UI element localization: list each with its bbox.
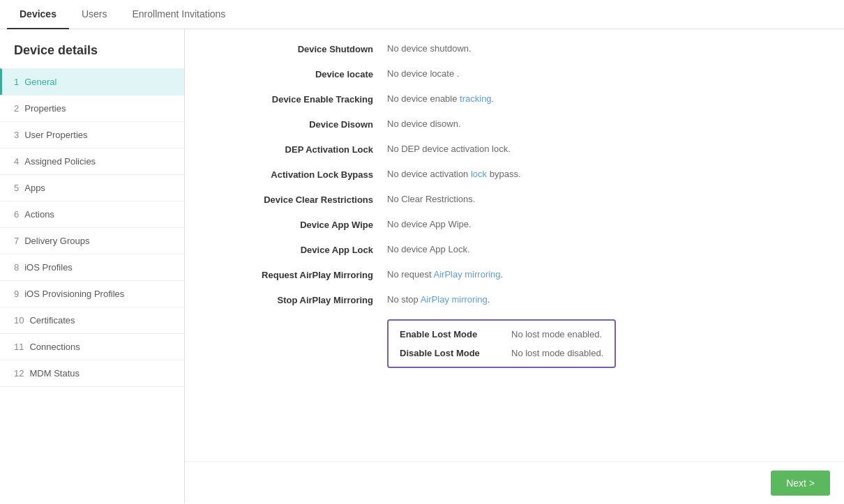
link-lock: lock	[471, 169, 487, 179]
lost-mode-enable-row: Enable Lost Mode No lost mode enabled.	[400, 329, 603, 339]
content-wrapper: Device Shutdown No device shutdown. Devi…	[227, 43, 816, 424]
value-dep-activation-lock: No DEP device activation lock.	[387, 144, 511, 154]
sidebar-label-ios-profiles: iOS Profiles	[24, 262, 73, 273]
sidebar-num-11: 11	[14, 342, 24, 352]
sidebar-item-delivery-groups[interactable]: 7 Delivery Groups	[0, 227, 184, 254]
label-request-airplay-mirroring: Request AirPlay Mirroring	[227, 269, 387, 280]
main-layout: Device details 1 General 2 Properties 3 …	[0, 29, 844, 503]
sidebar-item-user-properties[interactable]: 3 User Properties	[0, 121, 184, 148]
sidebar-num-1: 1	[14, 77, 19, 87]
label-device-clear-restrictions: Device Clear Restrictions	[227, 194, 387, 205]
row-device-enable-tracking: Device Enable Tracking No device enable …	[227, 93, 816, 105]
label-device-disown: Device Disown	[227, 119, 387, 130]
sidebar-label-certificates: Certificates	[29, 315, 75, 326]
sidebar-item-general[interactable]: 1 General	[0, 68, 184, 95]
value-device-locate: No device locate .	[387, 68, 459, 79]
sidebar-item-connections[interactable]: 11 Connections	[0, 333, 184, 360]
sidebar-num-2: 2	[14, 103, 19, 114]
tab-enrollment-invitations[interactable]: Enrollment Invitations	[120, 0, 239, 29]
value-device-app-wipe: No device App Wipe.	[387, 219, 472, 229]
row-dep-activation-lock: DEP Activation Lock No DEP device activa…	[227, 144, 816, 155]
link-tracking: tracking	[460, 93, 492, 104]
row-lost-mode: Enable Lost Mode No lost mode enabled. D…	[387, 319, 816, 368]
sidebar-num-7: 7	[14, 236, 19, 246]
sidebar-num-6: 6	[14, 209, 19, 220]
sidebar-num-3: 3	[14, 130, 19, 140]
label-device-shutdown: Device Shutdown	[227, 43, 387, 54]
sidebar-item-actions[interactable]: 6 Actions	[0, 201, 184, 227]
sidebar-label-delivery-groups: Delivery Groups	[24, 236, 89, 246]
row-stop-airplay-mirroring: Stop AirPlay Mirroring No stop AirPlay m…	[227, 294, 816, 305]
footer: Next >	[185, 461, 844, 503]
top-nav: Devices Users Enrollment Invitations	[0, 0, 844, 29]
label-enable-lost-mode: Enable Lost Mode	[400, 329, 511, 339]
lost-mode-box: Enable Lost Mode No lost mode enabled. D…	[387, 319, 616, 368]
sidebar-label-apps: Apps	[24, 183, 45, 193]
sidebar-label-mdm-status: MDM Status	[29, 368, 80, 379]
value-disable-lost-mode: No lost mode disabled.	[511, 348, 603, 358]
sidebar-item-ios-provisioning-profiles[interactable]: 9 iOS Provisioning Profiles	[0, 280, 184, 307]
label-device-locate: Device locate	[227, 68, 387, 79]
value-device-disown: No device disown.	[387, 119, 461, 129]
sidebar-num-5: 5	[14, 183, 19, 193]
label-activation-lock-bypass: Activation Lock Bypass	[227, 169, 387, 180]
sidebar-num-9: 9	[14, 289, 19, 299]
sidebar-label-assigned-policies: Assigned Policies	[24, 156, 96, 167]
label-device-enable-tracking: Device Enable Tracking	[227, 93, 387, 105]
content-area: Device Shutdown No device shutdown. Devi…	[185, 29, 844, 503]
label-stop-airplay-mirroring: Stop AirPlay Mirroring	[227, 294, 387, 305]
sidebar-num-12: 12	[14, 368, 24, 379]
sidebar-item-certificates[interactable]: 10 Certificates	[0, 307, 184, 333]
sidebar-item-mdm-status[interactable]: 12 MDM Status	[0, 360, 184, 387]
sidebar-label-ios-provisioning-profiles: iOS Provisioning Profiles	[24, 289, 124, 299]
value-request-airplay-mirroring: No request AirPlay mirroring.	[387, 269, 503, 280]
link-airplay1: AirPlay mirroring	[434, 269, 501, 280]
value-device-clear-restrictions: No Clear Restrictions.	[387, 194, 475, 204]
sidebar-title: Device details	[0, 36, 184, 68]
sidebar-num-10: 10	[14, 315, 24, 326]
value-stop-airplay-mirroring: No stop AirPlay mirroring.	[387, 294, 490, 305]
next-button[interactable]: Next >	[771, 471, 830, 496]
label-dep-activation-lock: DEP Activation Lock	[227, 144, 387, 155]
row-device-clear-restrictions: Device Clear Restrictions No Clear Restr…	[227, 194, 816, 205]
value-activation-lock-bypass: No device activation lock bypass.	[387, 169, 521, 179]
lost-mode-disable-row: Disable Lost Mode No lost mode disabled.	[400, 348, 603, 358]
row-activation-lock-bypass: Activation Lock Bypass No device activat…	[227, 169, 816, 180]
sidebar-label-connections: Connections	[29, 342, 80, 352]
sidebar-label-properties: Properties	[24, 103, 66, 114]
label-device-app-wipe: Device App Wipe	[227, 219, 387, 230]
tab-users[interactable]: Users	[69, 0, 120, 29]
value-device-enable-tracking: No device enable tracking.	[387, 93, 494, 104]
sidebar-item-assigned-policies[interactable]: 4 Assigned Policies	[0, 148, 184, 174]
tab-devices[interactable]: Devices	[7, 0, 69, 29]
sidebar: Device details 1 General 2 Properties 3 …	[0, 29, 185, 503]
row-device-disown: Device Disown No device disown.	[227, 119, 816, 130]
value-device-shutdown: No device shutdown.	[387, 43, 472, 54]
sidebar-label-actions: Actions	[24, 209, 54, 220]
sidebar-item-ios-profiles[interactable]: 8 iOS Profiles	[0, 254, 184, 280]
row-device-shutdown: Device Shutdown No device shutdown.	[227, 43, 816, 54]
row-device-app-lock: Device App Lock No device App Lock.	[227, 244, 816, 255]
value-enable-lost-mode: No lost mode enabled.	[511, 329, 602, 339]
row-device-app-wipe: Device App Wipe No device App Wipe.	[227, 219, 816, 230]
value-device-app-lock: No device App Lock.	[387, 244, 470, 254]
row-device-locate: Device locate No device locate .	[227, 68, 816, 79]
sidebar-num-4: 4	[14, 156, 19, 167]
sidebar-label-user-properties: User Properties	[24, 130, 87, 140]
sidebar-item-properties[interactable]: 2 Properties	[0, 95, 184, 121]
label-device-app-lock: Device App Lock	[227, 244, 387, 255]
sidebar-label-general: General	[24, 77, 56, 87]
sidebar-num-8: 8	[14, 262, 19, 273]
label-disable-lost-mode: Disable Lost Mode	[400, 348, 511, 358]
row-request-airplay-mirroring: Request AirPlay Mirroring No request Air…	[227, 269, 816, 280]
sidebar-item-apps[interactable]: 5 Apps	[0, 174, 184, 201]
link-airplay2: AirPlay mirroring	[421, 294, 488, 305]
